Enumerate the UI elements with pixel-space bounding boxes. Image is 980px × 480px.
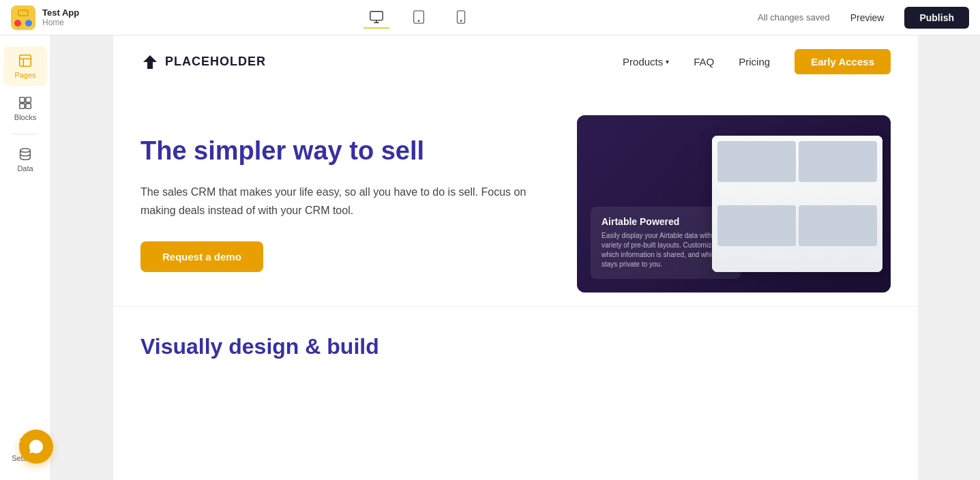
- screenshot-cell: [799, 205, 877, 246]
- sidebar-item-data[interactable]: Data: [3, 140, 47, 179]
- topbar-right: All changes saved Preview Publish: [758, 7, 969, 29]
- svg-rect-9: [26, 104, 31, 108]
- svg-rect-0: [370, 11, 382, 20]
- nav-faq[interactable]: FAQ: [694, 56, 714, 68]
- mobile-device-button[interactable]: [448, 7, 474, 29]
- svg-point-2: [418, 20, 419, 21]
- publish-button[interactable]: Publish: [904, 7, 969, 29]
- app-name: Test App: [42, 7, 79, 18]
- nav-links: Products ▾ FAQ Pricing Early Access: [623, 49, 891, 74]
- svg-point-4: [460, 20, 462, 21]
- save-status: All changes saved: [758, 12, 830, 22]
- screenshot-cell: [717, 141, 796, 182]
- blocks-icon: [18, 95, 33, 110]
- app-icon: [11, 5, 35, 30]
- screenshot-cell: [799, 141, 877, 182]
- app-info: Test App Home: [42, 7, 79, 27]
- svg-rect-8: [20, 104, 25, 108]
- hero-section: The simpler way to sell The sales CRM th…: [113, 88, 918, 306]
- svg-rect-7: [26, 97, 31, 102]
- chat-button[interactable]: [19, 430, 53, 464]
- sidebar: Pages Blocks Data Settings: [0, 35, 51, 480]
- sidebar-item-data-label: Data: [17, 164, 33, 172]
- chat-icon: [28, 438, 44, 455]
- early-access-button[interactable]: Early Access: [795, 49, 891, 74]
- svg-point-10: [20, 149, 31, 153]
- sidebar-item-pages-label: Pages: [14, 71, 35, 79]
- second-section-title: Visually design & build: [140, 334, 891, 359]
- chevron-down-icon: ▾: [666, 58, 669, 65]
- preview-button[interactable]: Preview: [841, 8, 894, 27]
- tablet-device-button[interactable]: [406, 7, 432, 29]
- main-canvas-area: PLACEHOLDER Products ▾ FAQ Pricing Early…: [51, 35, 980, 480]
- second-section: Visually design & build: [113, 306, 918, 387]
- desktop-device-button[interactable]: [363, 7, 389, 29]
- screenshot-grid: [712, 136, 882, 272]
- sidebar-item-blocks-label: Blocks: [14, 113, 36, 121]
- site-nav: PLACEHOLDER Products ▾ FAQ Pricing Early…: [113, 35, 918, 88]
- logo-arrow-icon: [140, 52, 160, 72]
- topbar: Test App Home All changes saved Preview: [0, 0, 980, 35]
- sidebar-divider: [12, 134, 39, 134]
- app-page: Home: [42, 18, 79, 27]
- nav-pricing[interactable]: Pricing: [739, 56, 770, 68]
- svg-rect-5: [20, 55, 31, 67]
- hero-image: Airtable Powered Easily display your Air…: [577, 115, 891, 292]
- pages-icon: [18, 53, 33, 68]
- sidebar-item-blocks[interactable]: Blocks: [3, 89, 47, 128]
- hero-title: The simpler way to sell: [140, 136, 536, 167]
- svg-marker-12: [143, 55, 157, 69]
- sidebar-item-pages[interactable]: Pages: [3, 46, 47, 86]
- data-icon: [18, 147, 33, 162]
- nav-products[interactable]: Products ▾: [623, 56, 669, 68]
- screenshot-cell: [717, 205, 796, 246]
- svg-rect-6: [20, 97, 25, 102]
- hero-description: The sales CRM that makes your life easy,…: [140, 183, 536, 220]
- airtable-card-title: Airtable Powered: [602, 216, 730, 227]
- topbar-left: Test App Home: [11, 5, 79, 30]
- airtable-card-description: Easily display your Airtable data with a…: [602, 231, 730, 269]
- hero-left: The simpler way to sell The sales CRM th…: [140, 136, 536, 273]
- site-logo: PLACEHOLDER: [140, 52, 266, 72]
- hero-screenshot: [712, 136, 882, 272]
- device-switcher: [363, 7, 474, 29]
- logo-text: PLACEHOLDER: [165, 55, 266, 69]
- page-canvas: PLACEHOLDER Products ▾ FAQ Pricing Early…: [113, 35, 918, 480]
- request-demo-button[interactable]: Request a demo: [140, 241, 263, 272]
